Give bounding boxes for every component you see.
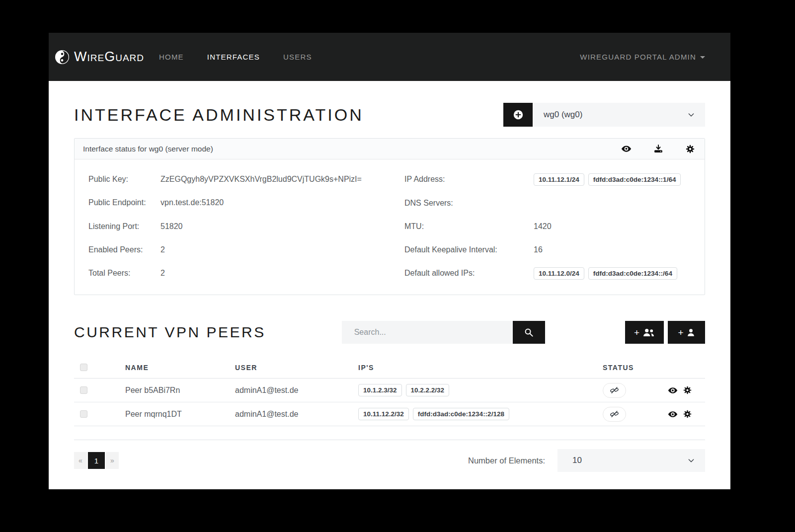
allowed-ips-label: Default allowed IPs: xyxy=(404,267,534,280)
mtu-label: MTU: xyxy=(404,221,534,232)
column-user: USER xyxy=(235,364,358,372)
nav-item-interfaces[interactable]: INTERFACES xyxy=(207,53,260,61)
download-icon xyxy=(653,144,663,154)
listening-port-label: Listening Port: xyxy=(88,221,160,232)
peer-name: Peer mqrnq1DT xyxy=(125,410,235,419)
nav-item-users[interactable]: USERS xyxy=(283,53,312,61)
keepalive-label: Default Keepalive Interval: xyxy=(404,244,534,256)
interface-settings-button[interactable] xyxy=(685,144,695,154)
caret-down-icon xyxy=(700,56,705,59)
brand-name: WireGuard xyxy=(74,49,144,65)
gear-icon xyxy=(683,385,692,395)
interface-select[interactable]: wg0 (wg0) xyxy=(533,103,705,127)
gear-icon xyxy=(685,144,695,154)
public-endpoint-label: Public Endpoint: xyxy=(88,197,160,209)
chevron-down-icon xyxy=(687,111,695,119)
app-window: WireGuard HOME INTERFACES USERS WIREGUAR… xyxy=(49,33,730,489)
pagination-page-1-button[interactable]: 1 xyxy=(88,452,105,469)
column-name: NAME xyxy=(125,364,235,372)
peer-user: adminA1@test.de xyxy=(235,410,358,419)
peer-ip-badge: 10.2.2.2/32 xyxy=(406,384,450,396)
interface-select-value: wg0 (wg0) xyxy=(544,110,582,120)
interface-details-right: IP Address: 10.11.12.1/24fdfd:d3ad:c0de:… xyxy=(390,173,691,280)
peer-ip-badge: 10.1.2.3/32 xyxy=(358,384,402,396)
elements-count-select[interactable]: 10 xyxy=(557,449,705,472)
user-icon xyxy=(687,328,695,337)
table-row: Peer mqrnq1DT adminA1@test.de 10.11.12.2… xyxy=(74,402,705,426)
brand-link[interactable]: WireGuard xyxy=(55,49,144,65)
interface-status-card: Interface status for wg0 (server mode) xyxy=(74,138,705,295)
search-input[interactable] xyxy=(342,321,513,344)
plus-label: + xyxy=(678,328,683,337)
peer-search xyxy=(342,321,545,344)
eye-icon xyxy=(621,144,632,154)
status-badge xyxy=(603,407,626,422)
keepalive-value: 16 xyxy=(534,244,543,256)
nav-item-home[interactable]: HOME xyxy=(159,53,184,61)
navbar: WireGuard HOME INTERFACES USERS WIREGUAR… xyxy=(49,33,730,81)
table-row: Peer b5ABi7Rn adminA1@test.de 10.1.2.3/3… xyxy=(74,379,705,402)
peer-settings-button[interactable] xyxy=(683,385,692,395)
peer-settings-button[interactable] xyxy=(683,409,692,419)
link-slash-icon xyxy=(610,385,619,395)
search-icon xyxy=(524,327,534,337)
select-all-checkbox[interactable] xyxy=(80,364,87,371)
dns-servers-label: DNS Servers: xyxy=(404,197,534,209)
enabled-peers-value: 2 xyxy=(160,244,165,256)
ip-badge: fdfd:d3ad:c0de:1234::1/64 xyxy=(588,173,681,186)
elements-count-value: 10 xyxy=(572,456,582,465)
peers-table: NAME USER IP'S STATUS Peer b5ABi7Rn admi… xyxy=(74,357,705,440)
eye-icon xyxy=(668,385,678,395)
interface-picker: wg0 (wg0) xyxy=(503,103,705,127)
ip-badge: 10.11.12.0/24 xyxy=(534,267,584,280)
mtu-value: 1420 xyxy=(534,221,552,232)
eye-icon xyxy=(668,409,678,419)
link-slash-icon xyxy=(610,409,619,419)
user-menu-label: WIREGUARD PORTAL ADMIN xyxy=(580,53,696,61)
ip-badge: 10.11.12.1/24 xyxy=(534,173,584,186)
ip-badge: fdfd:d3ad:c0de:1234::/64 xyxy=(588,267,677,280)
column-status: STATUS xyxy=(603,364,705,372)
ip-address-label: IP Address: xyxy=(404,173,534,186)
total-peers-label: Total Peers: xyxy=(88,267,160,279)
row-checkbox[interactable] xyxy=(80,410,87,418)
wireguard-dragon-icon xyxy=(55,50,70,65)
table-footer-divider xyxy=(74,426,705,440)
add-multiple-peers-button[interactable]: + xyxy=(625,321,664,344)
column-ips: IP'S xyxy=(358,364,603,372)
pagination: « 1 » xyxy=(74,452,119,469)
view-config-button[interactable] xyxy=(621,144,632,154)
card-title: Interface status for wg0 (server mode) xyxy=(83,145,213,153)
table-header-row: NAME USER IP'S STATUS xyxy=(74,357,705,379)
interface-details-left: Public Key: ZzEGQgyh8yVPZXVKSXhVrgB2lud9… xyxy=(88,173,390,280)
add-interface-button[interactable] xyxy=(503,103,533,127)
pagination-prev-button[interactable]: « xyxy=(74,452,87,469)
pagination-next-button[interactable]: » xyxy=(106,452,119,469)
search-button[interactable] xyxy=(513,321,545,344)
gear-icon xyxy=(683,409,692,419)
public-key-label: Public Key: xyxy=(88,173,160,185)
total-peers-value: 2 xyxy=(160,267,165,279)
peers-section-title: CURRENT VPN PEERS xyxy=(74,324,266,341)
view-peer-button[interactable] xyxy=(668,385,678,395)
public-key-value: ZzEGQgyh8yVPZXVKSXhVrgB2lud9CVjTUGk9s+NP… xyxy=(160,173,362,185)
plus-label: + xyxy=(634,328,639,337)
peer-ip-badge: fdfd:d3ad:c0de:1234::2/128 xyxy=(413,408,509,420)
view-peer-button[interactable] xyxy=(668,409,678,419)
download-config-button[interactable] xyxy=(653,144,663,154)
add-peer-button[interactable]: + xyxy=(668,321,705,344)
users-icon xyxy=(642,328,655,337)
user-menu-dropdown[interactable]: WIREGUARD PORTAL ADMIN xyxy=(580,53,705,61)
row-checkbox[interactable] xyxy=(80,386,87,394)
status-badge xyxy=(603,383,626,398)
elements-count-label: Number of Elements: xyxy=(468,456,545,465)
plus-circle-icon xyxy=(513,109,524,120)
peer-name: Peer b5ABi7Rn xyxy=(125,386,235,395)
chevron-down-icon xyxy=(687,456,695,464)
public-endpoint-value: vpn.test.de:51820 xyxy=(160,197,224,209)
page-title: INTERFACE ADMINISTRATION xyxy=(74,105,364,125)
peer-user: adminA1@test.de xyxy=(235,386,358,395)
enabled-peers-label: Enabled Peers: xyxy=(88,244,160,256)
listening-port-value: 51820 xyxy=(160,221,183,232)
peer-ip-badge: 10.11.12.2/32 xyxy=(358,408,409,420)
